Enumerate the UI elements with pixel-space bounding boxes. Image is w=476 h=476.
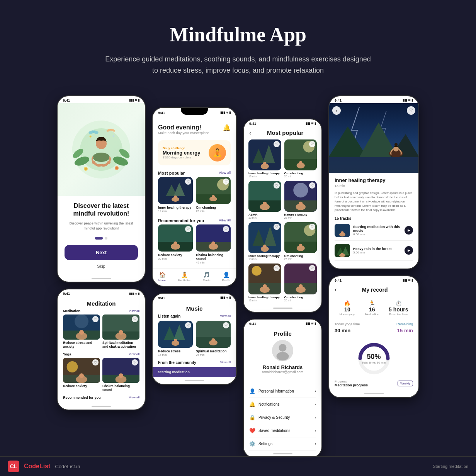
menu-item-notifications[interactable]: 🔔 Notifications › [249, 398, 316, 411]
grid-fav-6[interactable]: ♡ [309, 224, 315, 230]
avatar [272, 340, 293, 361]
yoga-card-1-title: Reduce anxiety [63, 384, 100, 388]
grid-img-3: ♡ [248, 181, 281, 212]
grid-img-1: ♡ [248, 139, 281, 170]
grid-duration-2: 25 min [284, 175, 317, 178]
favorite-button-4[interactable]: ♡ [407, 106, 415, 115]
rec-card-2: ♡ Chakra balancing sound 45 min [196, 224, 231, 264]
skip-button[interactable]: Skip [65, 264, 138, 269]
svg-point-96 [252, 266, 261, 275]
time-8: 9:41 [335, 279, 342, 282]
status-bar-1: 9:41 ▮▮▮ ≋ ▮ [58, 96, 145, 103]
nav-music[interactable]: 🎵 Music [203, 272, 211, 282]
phone-music: 9:41 ▮▮▮ ≋ ▮ Music Listen again View all… [152, 293, 237, 385]
listen-again-view-all[interactable]: View all [220, 314, 231, 318]
rec-duration-1: 30 min [158, 257, 193, 260]
grid-title-3: ASMR [248, 213, 281, 216]
status-icons-4: ▮▮▮ ≋ ▮ [403, 99, 413, 102]
music-icon: 🎵 [203, 272, 210, 278]
most-popular-view-all[interactable]: View all [219, 171, 231, 175]
play-button-2[interactable]: ▶ [405, 246, 413, 255]
profile-icon: 👤 [223, 272, 230, 278]
music-content: Listen again View all ♡ [153, 314, 236, 365]
rec-fav-1[interactable]: ♡ [185, 226, 191, 232]
next-button[interactable]: Next [65, 245, 138, 260]
svg-point-47 [212, 195, 215, 198]
music-img-1: ♡ [158, 321, 193, 348]
grid-fav-8[interactable]: ♡ [309, 265, 315, 271]
back-button-4[interactable]: ‹ [332, 106, 341, 115]
popular-img-1: ♡ [158, 177, 193, 204]
status-icons-6: ▮▮▮ ≋ ▮ [220, 296, 231, 299]
yoga-view-all[interactable]: View all [129, 352, 139, 356]
recommended-view-all[interactable]: View all [219, 218, 231, 223]
grid-title-1: Inner healing therapy [248, 172, 281, 175]
menu-item-personal[interactable]: 👤 Personal information › [249, 385, 316, 398]
menu-item-privacy[interactable]: 🔒 Privacy & Security › [249, 411, 316, 424]
yoga-card-1: ♡ Reduce anxiety [63, 358, 100, 392]
back-button-3[interactable]: ‹ [249, 129, 251, 136]
grid-fav-7[interactable]: ♡ [274, 265, 280, 271]
rec-img-1: ♡ [158, 224, 193, 252]
detail-content: Inner healing therapy 13 min In publishi… [329, 173, 418, 269]
challenge-progress: 15/30 days complete [163, 156, 201, 159]
popular-fav-1[interactable]: ♡ [185, 178, 191, 185]
grid-card-6: ♡ Om chanting 25 min [284, 222, 317, 260]
bottom-bar-8 [329, 390, 418, 397]
weekly-select[interactable]: Weekly [398, 381, 413, 386]
svg-point-22 [75, 314, 88, 328]
community-view-all[interactable]: View all [220, 360, 231, 365]
home-indicator-3 [273, 308, 292, 309]
app-title: Mindfulme App [15, 23, 461, 46]
grid-duration-5: 13 min [248, 258, 281, 260]
saved-label: Saved meditations [258, 428, 290, 433]
nav-profile[interactable]: 👤 Profile [222, 272, 230, 282]
svg-point-74 [299, 161, 302, 164]
recommended-view-all-5[interactable]: View all [129, 396, 139, 400]
popular-fav-2[interactable]: ♡ [223, 178, 229, 185]
yoga-section-header: Yoga View all [63, 352, 139, 356]
profile-name: Ronald Richards [249, 364, 316, 370]
nav-meditation[interactable]: 🧘 Meditation [178, 272, 191, 282]
music-duration-1: 15 min [158, 353, 193, 357]
music-duration-2: 25 min [196, 353, 231, 357]
music-fav-1[interactable]: ♡ [185, 322, 191, 328]
yoga-time-section: Today yoga time Remaining 30 min 15 min [329, 320, 418, 337]
watermark-sub: Starting meditation [433, 464, 468, 469]
notifications-chevron: › [315, 402, 316, 406]
dot-2 [105, 237, 107, 240]
med-card-2: ♡ Spiritual meditation and chakra activa… [102, 314, 139, 348]
grid-fav-5[interactable]: ♡ [274, 224, 280, 230]
svg-point-121 [341, 253, 343, 255]
svg-point-64 [212, 338, 215, 342]
notification-icon[interactable]: 🔔 [223, 124, 231, 131]
grid-fav-1[interactable]: ♡ [274, 141, 280, 147]
meditation-view-all[interactable]: View all [129, 309, 139, 313]
settings-chevron: › [315, 442, 316, 446]
rec-fav-2[interactable]: ♡ [223, 226, 229, 232]
recommended-header: Recommended for you View all [153, 216, 236, 224]
menu-item-settings[interactable]: ⚙️ Settings › [249, 437, 316, 450]
menu-item-saved[interactable]: ❤️ Saved meditations › [249, 424, 316, 437]
nav-home[interactable]: 🏠 Home [158, 272, 166, 282]
status-icons-3: ▮▮▮ ≋ ▮ [306, 122, 316, 125]
grid-fav-4[interactable]: ♡ [309, 182, 315, 189]
svg-point-93 [299, 243, 302, 246]
track-scene-1 [335, 224, 350, 237]
meditation-cards: ♡ Reduce stress and anxiety [63, 314, 139, 348]
phone-detail: 9:41 ▮▮▮ ≋ ▮ [328, 95, 419, 269]
home-indicator-6 [185, 380, 204, 381]
grid-fav-3[interactable]: ♡ [274, 182, 280, 189]
menu-item-settings-left: ⚙️ Settings [249, 441, 272, 447]
svg-rect-110 [329, 157, 418, 173]
settings-label: Settings [258, 442, 272, 446]
svg-point-60 [174, 339, 177, 342]
play-button-1[interactable]: ▶ [405, 226, 413, 235]
col-2: 9:41 ▮▮▮ ≋ ▮ Good evening! Make each day… [152, 95, 237, 385]
daily-challenge-card[interactable]: Daily challenge Morning energy 15/30 day… [158, 140, 231, 165]
saved-icon: ❤️ [249, 428, 255, 434]
grid-fav-2[interactable]: ♡ [309, 141, 315, 147]
music-fav-2[interactable]: ♡ [223, 322, 229, 328]
bottom-bar-6 [153, 377, 236, 384]
status-bar-8: 9:41 ▮▮▮ ≋ ▮ [329, 276, 418, 283]
